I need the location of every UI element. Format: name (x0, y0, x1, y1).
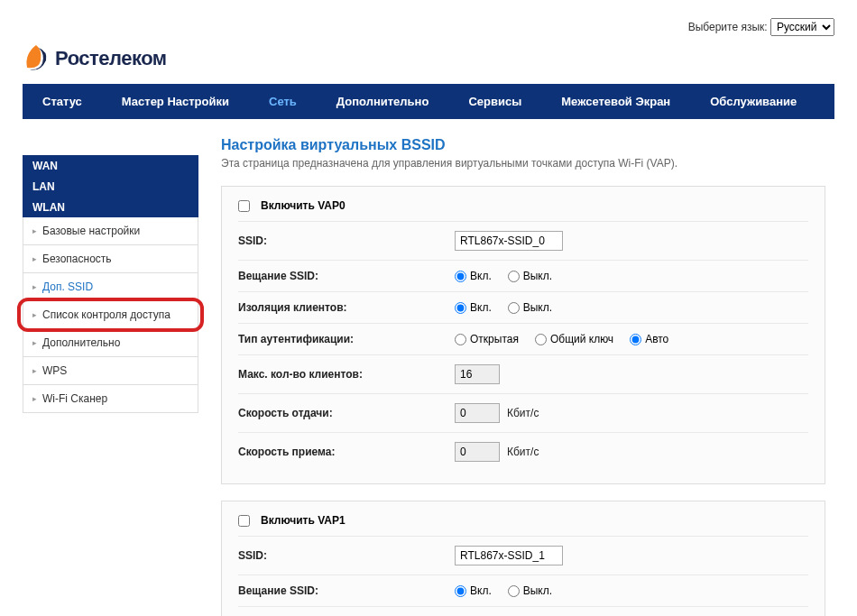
sidebar-item-basic[interactable]: ▸Базовые настройки (23, 217, 198, 245)
language-row: Выберите язык: Русский (23, 18, 834, 36)
sidebar-item-scanner[interactable]: ▸Wi-Fi Сканер (23, 385, 198, 412)
vap0-isolation-off[interactable] (508, 302, 520, 314)
chevron-right-icon: ▸ (32, 310, 37, 319)
page-title: Настройка виртуальных BSSID (221, 137, 825, 153)
chevron-right-icon: ▸ (32, 226, 37, 235)
logo-icon (23, 41, 50, 77)
nav-wizard[interactable]: Мастер Настройки (102, 84, 249, 119)
sidebar-item-wps[interactable]: ▸WPS (23, 357, 198, 385)
vap1-enable-label: Включить VAP1 (261, 514, 346, 527)
vap1-card: Включить VAP1 SSID: Вещание SSID: Вкл. В… (221, 501, 825, 616)
logo-row: Ростелеком (23, 41, 834, 77)
vap0-isolation-on[interactable] (455, 302, 466, 314)
vap0-card: Включить VAP0 SSID: Вещание SSID: Вкл. В… (221, 186, 825, 484)
vap1-broadcast-on[interactable] (455, 585, 466, 597)
nav-maintenance[interactable]: Обслуживание (690, 84, 816, 119)
vap0-txrate-input[interactable] (455, 403, 500, 423)
sidebar-item-advanced[interactable]: ▸Дополнительно (23, 329, 198, 357)
sidebar-item-security[interactable]: ▸Безопасность (23, 245, 198, 273)
brand-name: Ростелеком (55, 47, 167, 70)
chevron-right-icon: ▸ (32, 254, 37, 263)
vap0-broadcast-off[interactable] (508, 271, 520, 282)
sidebar-section-wan[interactable]: WAN (23, 155, 198, 176)
vap1-enable-checkbox[interactable] (238, 515, 250, 527)
vap0-auth-open[interactable] (455, 334, 466, 345)
vap0-enable-checkbox[interactable] (238, 200, 250, 212)
chevron-right-icon: ▸ (32, 338, 37, 347)
nav-network[interactable]: Сеть (249, 84, 317, 119)
chevron-right-icon: ▸ (32, 394, 37, 403)
vap1-broadcast-off[interactable] (508, 585, 520, 597)
vap0-auth-shared[interactable] (535, 334, 547, 345)
ssid-label: SSID: (238, 234, 455, 247)
sidebar-item-acl[interactable]: ▸Список контроля доступа (23, 301, 198, 329)
broadcast-label: Вещание SSID: (238, 584, 455, 597)
nav-services[interactable]: Сервисы (448, 84, 541, 119)
vap0-enable-row: Включить VAP0 (238, 199, 808, 222)
router-admin-page: Выберите язык: Русский Ростелеком Статус… (0, 0, 857, 616)
isolation-label: Изоляция клиентов: (238, 301, 455, 314)
main-nav: Статус Мастер Настройки Сеть Дополнитель… (23, 84, 834, 119)
vap1-enable-row: Включить VAP1 (238, 514, 808, 537)
language-select[interactable]: Русский (770, 18, 834, 36)
sidebar: WAN LAN WLAN ▸Базовые настройки ▸Безопас… (23, 155, 198, 616)
vap1-ssid-input[interactable] (455, 546, 563, 565)
ssid-label: SSID: (238, 549, 455, 562)
broadcast-label: Вещание SSID: (238, 270, 455, 282)
sidebar-wlan-submenu: ▸Базовые настройки ▸Безопасность ▸Доп. S… (23, 217, 198, 413)
vap0-broadcast-on[interactable] (455, 271, 466, 282)
nav-advanced[interactable]: Дополнительно (317, 84, 449, 119)
rxrate-label: Скорость приема: (238, 446, 455, 458)
vap0-maxclients-input[interactable] (455, 364, 500, 384)
txrate-label: Скорость отдачи: (238, 407, 455, 419)
maxclients-label: Макс. кол-во клиентов: (238, 368, 455, 381)
nav-firewall[interactable]: Межсетевой Экран (541, 84, 690, 119)
nav-status[interactable]: Статус (23, 84, 102, 119)
auth-label: Тип аутентификации: (238, 333, 455, 345)
vap0-rxrate-input[interactable] (455, 442, 500, 462)
sidebar-section-wlan[interactable]: WLAN (23, 197, 198, 217)
page-description: Эта страница предназначена для управлени… (221, 157, 825, 170)
main-content: Настройка виртуальных BSSID Эта страница… (221, 137, 834, 616)
chevron-right-icon: ▸ (32, 366, 37, 375)
language-label: Выберите язык: (688, 21, 768, 33)
vap0-ssid-input[interactable] (455, 231, 563, 251)
chevron-right-icon: ▸ (32, 282, 37, 291)
content-row: WAN LAN WLAN ▸Базовые настройки ▸Безопас… (23, 137, 834, 616)
sidebar-item-ssid[interactable]: ▸Доп. SSID (23, 273, 198, 301)
vap0-enable-label: Включить VAP0 (261, 199, 346, 212)
vap0-auth-auto[interactable] (630, 334, 641, 345)
sidebar-section-lan[interactable]: LAN (23, 176, 198, 197)
